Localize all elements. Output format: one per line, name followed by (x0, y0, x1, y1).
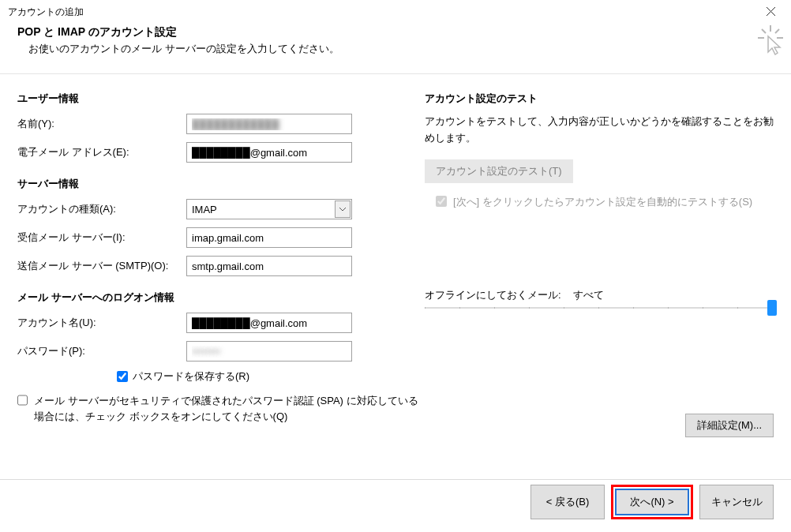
name-label: 名前(Y): (17, 117, 186, 131)
account-name-label: アカウント名(U): (17, 316, 186, 330)
test-description: アカウントをテストして、入力内容が正しいかどうかを確認することをお勧めします。 (425, 114, 774, 147)
detail-settings-button[interactable]: 詳細設定(M)... (685, 414, 774, 437)
password-input[interactable] (186, 341, 352, 362)
spa-label: メール サーバーがセキュリティで保護されたパスワード認証 (SPA) に対応して… (34, 393, 420, 424)
back-button[interactable]: < 戻る(B) (530, 485, 605, 519)
logon-info-section-title: メール サーバーへのログオン情報 (17, 290, 420, 305)
page-subtitle: お使いのアカウントのメール サーバーの設定を入力してください。 (28, 42, 777, 56)
account-type-label: アカウントの種類(A): (17, 202, 186, 216)
page-title: POP と IMAP のアカウント設定 (17, 25, 777, 39)
auto-test-label: [次へ] をクリックしたらアカウント設定を自動的にテストする(S) (453, 194, 752, 210)
spa-checkbox[interactable] (17, 395, 28, 406)
close-icon[interactable] (755, 2, 786, 21)
incoming-server-label: 受信メール サーバー(I): (17, 230, 186, 245)
offline-mail-label: オフラインにしておくメール: (425, 288, 561, 302)
save-password-checkbox[interactable] (117, 371, 128, 382)
password-label: パスワード(P): (17, 344, 186, 358)
slider-thumb[interactable] (767, 300, 777, 316)
cancel-button[interactable]: キャンセル (699, 485, 774, 519)
outgoing-server-label: 送信メール サーバー (SMTP)(O): (17, 259, 186, 273)
test-section-title: アカウント設定のテスト (425, 92, 774, 106)
email-label: 電子メール アドレス(E): (17, 145, 186, 159)
email-input[interactable] (186, 142, 352, 163)
account-name-input[interactable] (186, 313, 352, 333)
offline-slider[interactable] (425, 307, 772, 309)
save-password-label: パスワードを保存する(R) (133, 369, 249, 384)
outgoing-server-input[interactable] (186, 256, 352, 276)
account-type-value: IMAP (187, 204, 217, 215)
auto-test-checkbox (436, 196, 447, 207)
test-account-settings-button: アカウント設定のテスト(T) (425, 159, 573, 183)
svg-line-4 (775, 29, 779, 33)
name-input[interactable] (186, 114, 352, 134)
user-info-section-title: ユーザー情報 (17, 92, 420, 106)
cursor-click-icon (758, 25, 783, 58)
window-title: アカウントの追加 (8, 6, 84, 19)
next-button[interactable]: 次へ(N) > (615, 489, 689, 515)
svg-line-3 (762, 29, 766, 33)
incoming-server-input[interactable] (186, 227, 352, 248)
bottom-divider (0, 479, 791, 480)
server-info-section-title: サーバー情報 (17, 177, 420, 191)
offline-mail-value: すべて (573, 288, 604, 302)
next-button-highlight: 次へ(N) > (611, 485, 693, 519)
chevron-down-icon[interactable] (335, 200, 351, 218)
account-type-select[interactable]: IMAP (186, 199, 352, 219)
